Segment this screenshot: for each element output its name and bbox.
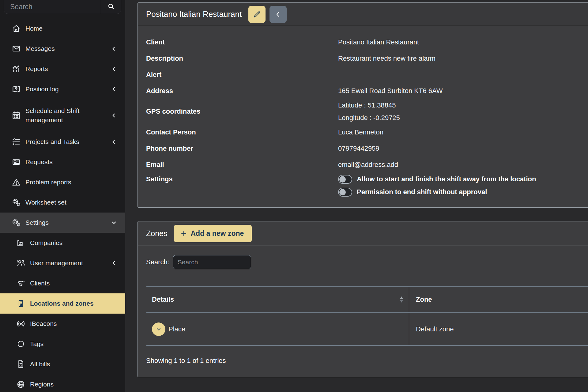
plus-icon [180, 230, 187, 237]
field-value: Latitude : 51.38845 Longitude : -0.29725 [338, 99, 400, 124]
sidebar-item-label: Projects and Tasks [25, 137, 111, 146]
sidebar-item-label: Clients [30, 279, 117, 288]
toggle-label: Permission to end shift without approval [357, 188, 487, 196]
zones-search-row: Search: [146, 255, 588, 269]
sidebar-item-settings[interactable]: Settings [0, 213, 125, 233]
toggle-row-end-shift: Permission to end shift without approval [338, 186, 536, 198]
search-icon [107, 2, 115, 10]
field-email: Email email@address.add [146, 156, 588, 173]
zones-table-header: Details Zone [146, 287, 588, 313]
field-contact-person: Contact Person Luca Benneton [146, 124, 588, 140]
back-button[interactable] [270, 6, 287, 23]
column-header-details[interactable]: Details [146, 287, 409, 312]
building-icon [16, 299, 26, 308]
sidebar-item-ibeacons[interactable]: IBeacons [0, 314, 125, 334]
field-label: Client [146, 38, 338, 46]
add-zone-label: Add a new zone [190, 229, 244, 238]
sidebar-item-reports[interactable]: Reports [0, 59, 125, 79]
sort-icon [398, 296, 405, 303]
field-address: Address 165 Ewell Road Surbiton KT6 6AW [146, 83, 588, 99]
column-header-zone[interactable]: Zone [409, 287, 588, 312]
gears-icon [11, 218, 21, 228]
chevron-left-icon [111, 66, 117, 72]
sidebar-item-label: Requests [25, 157, 117, 167]
zones-header: Zones Add a new zone [138, 221, 588, 246]
field-value: Restaurant needs new fire alarm [338, 55, 435, 62]
sidebar-item-label: Settings [25, 218, 111, 227]
checklist-icon [11, 137, 21, 147]
table-row: Place Default zone [146, 313, 588, 345]
zones-panel: Zones Add a new zone Search: Details [138, 221, 588, 377]
field-label: Settings [146, 173, 338, 186]
field-client: Client Positano Italian Restaurant [146, 34, 588, 50]
field-label: Phone number [146, 145, 338, 153]
sidebar-item-worksheet-set[interactable]: Worksheet set [0, 192, 125, 213]
sidebar-item-clients[interactable]: Clients [0, 273, 125, 293]
sidebar-item-locations-and-zones[interactable]: Locations and zones [0, 293, 125, 314]
chevron-down-icon [155, 325, 163, 333]
sidebar: Home Messages Reports Position log [0, 0, 125, 392]
sidebar-item-companies[interactable]: Companies [0, 233, 125, 253]
sidebar-item-messages[interactable]: Messages [0, 39, 125, 59]
field-description: Description Restaurant needs new fire al… [146, 50, 588, 66]
toggle-knob [339, 176, 346, 183]
sidebar-item-label: All bills [30, 360, 117, 369]
details-cell: Place [146, 313, 409, 345]
sidebar-item-schedule[interactable]: Schedule and Shift management [0, 99, 125, 132]
sidebar-item-label: Companies [30, 238, 117, 247]
field-label: Address [146, 87, 338, 95]
chevron-left-icon [111, 112, 117, 119]
field-label: Email [146, 161, 338, 169]
field-value: Luca Benneton [338, 128, 383, 136]
table-entries-status: Showing 1 to 1 of 1 entries [146, 357, 588, 365]
sidebar-item-label: Home [25, 24, 117, 33]
zones-table: Details Zone [146, 286, 588, 346]
envelope-icon [11, 44, 21, 54]
sidebar-item-problem-reports[interactable]: Problem reports [0, 172, 125, 192]
field-phone: Phone number 07979442959 [146, 140, 588, 156]
sidebar-item-regions[interactable]: Regions [0, 374, 125, 392]
sidebar-item-label: Messages [25, 44, 111, 53]
map-pin-icon [11, 84, 21, 94]
sidebar-item-user-management[interactable]: User management [0, 253, 125, 273]
users-icon [16, 258, 26, 268]
globe-icon [16, 379, 26, 389]
sidebar-item-requests[interactable]: Requests [0, 152, 125, 172]
sidebar-search-input[interactable] [4, 0, 101, 14]
zone-cell: Default zone [409, 313, 588, 345]
sidebar-item-all-bills[interactable]: All bills [0, 354, 125, 374]
page-title: Positano Italian Restaurant [146, 9, 242, 19]
sidebar-menu: Home Messages Reports Position log [0, 18, 125, 392]
field-value: 07979442959 [338, 145, 379, 153]
sidebar-item-projects-tasks[interactable]: Projects and Tasks [0, 132, 125, 152]
sidebar-item-label: Worksheet set [25, 198, 117, 207]
field-value: email@address.add [338, 161, 398, 169]
toggle-row-shift-away: Allow to start and finish the shift away… [338, 173, 536, 186]
field-value: Positano Italian Restaurant [338, 38, 419, 46]
add-zone-button[interactable]: Add a new zone [174, 225, 252, 242]
zone-cell-text: Default zone [416, 325, 454, 333]
field-label: Description [146, 55, 338, 62]
chevron-left-icon [111, 45, 117, 52]
field-gps: GPS coordinates Latitude : 51.38845 Long… [146, 99, 588, 124]
zones-search-input[interactable] [173, 255, 251, 269]
chevron-down-icon [111, 219, 117, 226]
field-value: 165 Ewell Road Surbiton KT6 6AW [338, 87, 443, 95]
toggle-knob [339, 189, 346, 195]
toggle-shift-away[interactable] [338, 175, 352, 184]
search-button[interactable] [101, 0, 121, 14]
sidebar-item-position-log[interactable]: Position log [0, 79, 125, 99]
edit-button[interactable] [248, 6, 266, 23]
pencil-icon [253, 10, 261, 19]
field-alert: Alert [146, 66, 588, 83]
field-settings: Settings Allow to start and finish the s… [146, 173, 588, 198]
gps-latitude: Latitude : 51.38845 [338, 99, 400, 111]
field-label: Contact Person [146, 128, 338, 136]
sidebar-item-tags[interactable]: Tags [0, 334, 125, 354]
sidebar-item-label: Tags [30, 339, 117, 349]
toggle-end-shift[interactable] [338, 188, 352, 197]
sidebar-item-label: IBeacons [30, 319, 117, 328]
sidebar-item-home[interactable]: Home [0, 18, 125, 39]
toggle-label: Allow to start and finish the shift away… [357, 175, 536, 183]
expand-row-button[interactable] [152, 322, 165, 336]
